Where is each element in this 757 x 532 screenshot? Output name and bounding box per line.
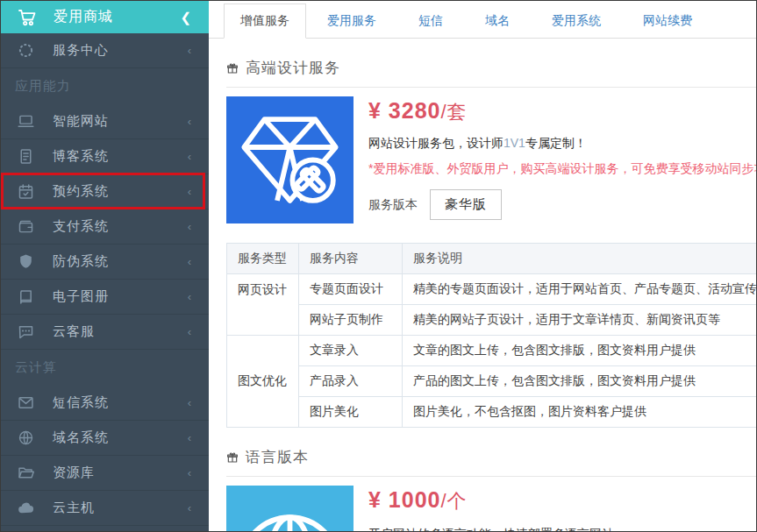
- tab-aiyong-system[interactable]: 爱用系统: [536, 4, 617, 38]
- app-window: 爱用商城 ❮ 服务中心 ‹ 应用能力 智能网站 ‹: [1, 1, 757, 532]
- domain-icon: [17, 429, 35, 447]
- cloud-cs-icon: [17, 323, 35, 341]
- booking-icon: [17, 182, 35, 201]
- chevron-left-icon: ‹: [188, 150, 195, 163]
- table-row: 网页设计 专题页面设计 精美的专题页面设计，适用于网站首页、产品专题页、活动宣传…: [227, 274, 757, 305]
- cell-type: 网页设计: [227, 274, 299, 336]
- blog-icon: [17, 147, 35, 166]
- sidebar-item-label: 博客系统: [53, 148, 188, 165]
- cell-content: 网站子页制作: [299, 305, 403, 336]
- table-row: 产品录入 产品的图文上传，包含图文排版，图文资料用户提供: [227, 366, 757, 397]
- divider: [226, 476, 757, 477]
- tab-value-added-services[interactable]: 增值服务: [224, 4, 306, 39]
- tab-bar: 增值服务 爱用服务 短信 域名 爱用系统 网站续费: [209, 1, 757, 39]
- sidebar-item-label: 电子图册: [53, 288, 188, 305]
- app-title: 爱用商城: [54, 8, 180, 26]
- chevron-left-icon: ‹: [188, 466, 195, 479]
- cell-description: 精美的网站子页设计，适用于文章详情页、新闻资讯页等: [403, 305, 757, 336]
- chevron-left-icon: ‹: [188, 185, 195, 198]
- sidebar-item-label: 域名系统: [53, 429, 188, 446]
- sidebar-item-blog[interactable]: 博客系统 ‹: [1, 139, 209, 174]
- section-title-row: 高端设计服务: [226, 58, 757, 78]
- gift-icon: [226, 62, 239, 74]
- cloud-host-icon: [17, 499, 35, 517]
- service-table: 服务类型 服务内容 服务说明 网页设计 专题页面设计 精美的专题页面设计，适用于…: [226, 243, 757, 428]
- cell-type: 图文优化: [227, 336, 299, 428]
- smart-site-icon: [17, 112, 35, 131]
- tab-sms[interactable]: 短信: [403, 4, 459, 38]
- design-description: 网站设计服务包，设计师1V1专属定制！: [368, 136, 757, 152]
- sidebar-item-cloud-host[interactable]: 云主机 ‹: [1, 491, 209, 526]
- cell-content: 产品录入: [299, 366, 403, 397]
- table-row: 图片美化 图片美化，不包含抠图，图片资料客户提供: [227, 397, 757, 428]
- cell-content: 图片美化: [299, 397, 403, 428]
- sidebar-item-label: 智能网站: [53, 113, 188, 130]
- sidebar-item-booking[interactable]: 预约系统 ‹: [1, 174, 209, 209]
- table-row: 网站子页制作 精美的网站子页设计，适用于文章详情页、新闻资讯页等: [227, 305, 757, 336]
- service-center-icon: [17, 41, 35, 60]
- chevron-left-icon: ‹: [188, 115, 195, 128]
- tab-domain[interactable]: 域名: [469, 4, 525, 38]
- antifake-icon: [17, 252, 35, 271]
- design-service-card: ¥ 3280/套 网站设计服务包，设计师1V1专属定制！ *爱用标准版、外贸版用…: [226, 96, 757, 223]
- design-service-info: ¥ 3280/套 网站设计服务包，设计师1V1专属定制！ *爱用标准版、外贸版用…: [354, 96, 757, 223]
- chevron-left-icon: ‹: [188, 431, 195, 444]
- col-header-type: 服务类型: [227, 244, 299, 274]
- sidebar: 爱用商城 ❮ 服务中心 ‹ 应用能力 智能网站 ‹: [1, 1, 209, 532]
- chevron-left-icon: ‹: [188, 255, 195, 268]
- ealbum-icon: [17, 287, 35, 306]
- col-header-description: 服务说明: [403, 244, 757, 274]
- main-content: 增值服务 爱用服务 短信 域名 爱用系统 网站续费 高端设计服务: [209, 1, 757, 532]
- cell-content: 专题页面设计: [299, 274, 403, 305]
- version-row: 服务版本 豪华版: [368, 189, 757, 220]
- cell-description: 精美的专题页面设计，适用于网站首页、产品专题页、活动宣传页: [403, 274, 757, 305]
- sidebar-item-resource[interactable]: 资源库 ‹: [1, 456, 209, 491]
- design-service-section: 高端设计服务 ¥ 3280/套: [209, 58, 757, 428]
- cell-description: 产品的图文上传，包含图文排版，图文资料用户提供: [403, 366, 757, 397]
- sidebar-item-label: 支付系统: [53, 218, 188, 235]
- sidebar-item-label: 短信系统: [53, 394, 188, 411]
- chevron-left-icon: ‹: [188, 220, 195, 233]
- section-title: 语言版本: [246, 447, 309, 467]
- table-header-row: 服务类型 服务内容 服务说明: [227, 244, 757, 274]
- version-label: 服务版本: [368, 197, 418, 213]
- payment-icon: [17, 217, 35, 236]
- design-price: ¥ 3280/套: [368, 98, 757, 125]
- design-note: *爱用标准版、外贸版用户，购买高端设计服务，可免费享受移动站同步功能: [368, 161, 757, 177]
- diamond-icon: [226, 96, 354, 223]
- cell-description: 文章的图文上传，包含图文排版，图文资料用户提供: [403, 336, 757, 366]
- sidebar-item-service-center[interactable]: 服务中心 ‹: [1, 33, 209, 68]
- language-price: ¥ 1000/个: [368, 487, 757, 514]
- chevron-left-icon: ‹: [188, 501, 195, 514]
- sidebar-item-sms[interactable]: 短信系统 ‹: [1, 386, 209, 421]
- sidebar-item-payment[interactable]: 支付系统 ‹: [1, 209, 209, 245]
- section-title-row: 语言版本: [226, 447, 757, 467]
- sidebar-item-antifake[interactable]: 防伪系统 ‹: [1, 245, 209, 280]
- tab-aiyong-services[interactable]: 爱用服务: [311, 4, 392, 38]
- sidebar-item-smart-site[interactable]: 智能网站 ‹: [1, 104, 209, 139]
- resource-icon: [17, 464, 35, 482]
- sidebar-item-ealbum[interactable]: 电子图册 ‹: [1, 280, 209, 315]
- tab-site-renewal[interactable]: 网站续费: [627, 4, 708, 38]
- sidebar-header[interactable]: 爱用商城 ❮: [1, 1, 209, 33]
- chevron-left-icon: ‹: [188, 396, 195, 409]
- cell-description: 图片美化，不包含抠图，图片资料客户提供: [403, 397, 757, 428]
- sidebar-group-apps: 应用能力: [1, 68, 209, 104]
- version-deluxe-button[interactable]: 豪华版: [430, 189, 502, 220]
- language-section: 语言版本 ¥ 1000/个 开启网站的多语言功能，快速部署多语言网站: [209, 447, 757, 532]
- sidebar-item-label: 云主机: [53, 500, 188, 516]
- sidebar-item-label: 云客服: [53, 323, 188, 340]
- sidebar-item-domain[interactable]: 域名系统 ‹: [1, 421, 209, 456]
- sidebar-group-cloud: 云计算: [1, 350, 209, 386]
- globe-icon: [226, 486, 354, 532]
- sidebar-item-label: 服务中心: [53, 42, 188, 59]
- sidebar-item-cloud-cs[interactable]: 云客服 ‹: [1, 315, 209, 350]
- sms-icon: [17, 394, 35, 412]
- sidebar-item-label: 防伪系统: [53, 253, 188, 270]
- desc-highlight: 1V1: [503, 136, 525, 150]
- chevron-left-icon: ‹: [188, 325, 195, 338]
- collapse-icon[interactable]: ❮: [180, 10, 196, 25]
- cell-content: 文章录入: [299, 336, 403, 366]
- language-service-info: ¥ 1000/个 开启网站的多语言功能，快速部署多语言网站 常用语言 简体中文 …: [354, 486, 757, 532]
- language-description: 开启网站的多语言功能，快速部署多语言网站: [368, 527, 757, 532]
